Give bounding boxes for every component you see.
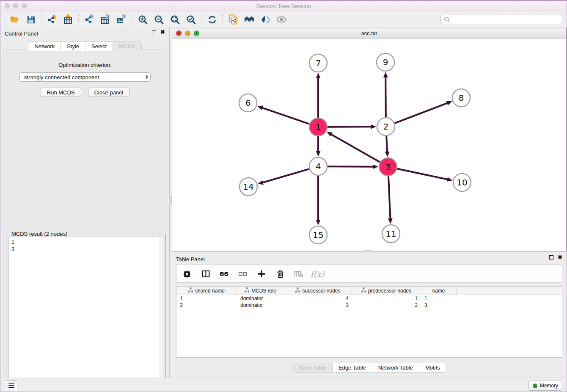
- float-table-panel-icon[interactable]: [549, 255, 553, 259]
- float-panel-icon[interactable]: [152, 30, 156, 34]
- run-mcds-button[interactable]: Run MCDS: [41, 88, 81, 97]
- zoom-selected-icon[interactable]: [186, 14, 196, 25]
- node-label-10: 10: [457, 177, 467, 188]
- cell-predecessor-nodes[interactable]: 1: [352, 295, 421, 302]
- open-session-icon[interactable]: [10, 14, 20, 25]
- search-field[interactable]: [440, 15, 562, 24]
- tab-mcds[interactable]: MCDS: [113, 41, 141, 51]
- edge-2-8[interactable]: [395, 103, 448, 123]
- panel-divider-handle[interactable]: [169, 196, 172, 204]
- main-toolbar: [0, 12, 567, 27]
- cell-successor-nodes[interactable]: 4: [284, 295, 352, 302]
- chevron-updown-icon: ▲▼: [145, 75, 149, 80]
- node-9[interactable]: 9: [377, 53, 394, 71]
- node-10[interactable]: 10: [453, 174, 471, 191]
- window-title: Session: New Session: [0, 3, 567, 9]
- column-header-MCDS-role[interactable]: MCDS role: [237, 287, 284, 295]
- column-header-successor-nodes[interactable]: successor nodes: [284, 287, 352, 295]
- node-4[interactable]: 4: [309, 157, 327, 175]
- column-header-predecessor-nodes[interactable]: predecessor nodes: [352, 287, 421, 295]
- node-11[interactable]: 11: [382, 225, 400, 243]
- node-6[interactable]: 6: [239, 94, 257, 112]
- table-panel-title: Table Panel: [176, 256, 205, 262]
- tab-node-table[interactable]: Node Table: [292, 363, 333, 373]
- edge-1-2[interactable]: [328, 127, 371, 127]
- edge-1-6[interactable]: [262, 108, 309, 124]
- cell-name[interactable]: 3: [421, 302, 457, 309]
- import-table-icon[interactable]: [63, 14, 73, 25]
- mcds-result-text[interactable]: 1 3: [8, 237, 163, 392]
- close-table-panel-icon[interactable]: ✖: [558, 255, 562, 259]
- task-history-button[interactable]: [5, 380, 17, 390]
- clone-network-icon[interactable]: [228, 14, 238, 25]
- edge-3-11[interactable]: [388, 176, 390, 219]
- first-neighbors-icon[interactable]: [244, 14, 254, 25]
- select-all-icon[interactable]: [220, 269, 229, 279]
- network-resize-handle[interactable]: [365, 250, 372, 252]
- export-network-icon[interactable]: [84, 14, 94, 25]
- import-network-icon[interactable]: [47, 14, 57, 25]
- zoom-out-icon[interactable]: [154, 14, 164, 25]
- node-label-11: 11: [385, 229, 396, 239]
- node-8[interactable]: 8: [452, 89, 470, 107]
- cell-shared-name[interactable]: 3: [176, 302, 237, 309]
- add-row-icon[interactable]: [257, 269, 266, 279]
- column-header-shared-name[interactable]: shared name: [176, 287, 237, 295]
- cell-name[interactable]: 1: [421, 295, 457, 302]
- cell-predecessor-nodes[interactable]: 2: [352, 302, 421, 309]
- result-scrollbar[interactable]: [159, 237, 163, 392]
- split-panel-icon[interactable]: [201, 269, 210, 279]
- cell-MCDS-role[interactable]: dominator: [237, 295, 284, 302]
- edge-3-10[interactable]: [397, 169, 448, 179]
- node-1[interactable]: 1: [309, 118, 327, 136]
- node-15[interactable]: 15: [309, 226, 327, 244]
- show-graphics-details-icon[interactable]: [276, 14, 286, 25]
- edge-2-9[interactable]: [385, 77, 386, 117]
- tab-select[interactable]: Select: [85, 41, 113, 51]
- criterion-dropdown[interactable]: strongly connected component ▲▼: [19, 72, 151, 82]
- zoom-in-icon[interactable]: [138, 14, 148, 25]
- column-label: MCDS role: [251, 288, 276, 294]
- search-input[interactable]: [450, 16, 559, 23]
- cell-successor-nodes[interactable]: 3: [284, 302, 352, 309]
- gear-icon[interactable]: [182, 269, 192, 279]
- tab-edge-table[interactable]: Edge Table: [333, 363, 372, 373]
- export-image-icon[interactable]: [116, 14, 127, 25]
- tab-style[interactable]: Style: [61, 41, 85, 51]
- node-label-8: 8: [459, 93, 464, 103]
- style-preview-icon[interactable]: [260, 14, 270, 25]
- export-table-icon[interactable]: [100, 14, 110, 25]
- delete-row-icon[interactable]: [275, 269, 285, 279]
- column-label: successor nodes: [302, 288, 340, 294]
- node-label-9: 9: [383, 57, 388, 67]
- deselect-all-icon[interactable]: [238, 269, 248, 279]
- memory-button[interactable]: Memory: [528, 381, 562, 391]
- node-7[interactable]: 7: [309, 54, 327, 72]
- node-3[interactable]: 3: [379, 158, 397, 176]
- node-2[interactable]: 2: [377, 118, 395, 135]
- table-row[interactable]: 1dominator411: [176, 295, 562, 302]
- close-panel-button[interactable]: Close panel: [88, 88, 130, 97]
- delete-table-icon[interactable]: [294, 269, 303, 279]
- table-row[interactable]: 3dominator323: [176, 302, 562, 309]
- control-panel: Control Panel ✖ NetworkStyleSelectMCDS O…: [0, 27, 170, 378]
- edge-4-3[interactable]: [328, 166, 373, 167]
- tab-motifs[interactable]: Motifs: [419, 363, 446, 373]
- node-14[interactable]: 14: [239, 178, 257, 196]
- tab-network-table[interactable]: Network Table: [372, 363, 419, 373]
- column-header-name[interactable]: name: [421, 287, 457, 295]
- edge-4-14[interactable]: [263, 169, 309, 182]
- control-panel-tabs: NetworkStyleSelectMCDS: [0, 41, 169, 51]
- cell-shared-name[interactable]: 1: [176, 295, 237, 302]
- edge-3-1[interactable]: [331, 134, 380, 162]
- function-builder-icon[interactable]: f(x): [313, 269, 322, 279]
- network-window-titlebar[interactable]: ✕ − + scc.txt: [172, 28, 566, 39]
- network-canvas[interactable]: 7968124314101511: [172, 39, 566, 251]
- close-panel-icon[interactable]: ✖: [160, 30, 165, 34]
- edge-2-3[interactable]: [386, 136, 387, 152]
- zoom-fit-icon[interactable]: [170, 14, 180, 25]
- save-session-icon[interactable]: [26, 14, 36, 25]
- refresh-view-icon[interactable]: [207, 14, 217, 25]
- tab-network[interactable]: Network: [28, 41, 61, 51]
- cell-MCDS-role[interactable]: dominator: [237, 302, 284, 309]
